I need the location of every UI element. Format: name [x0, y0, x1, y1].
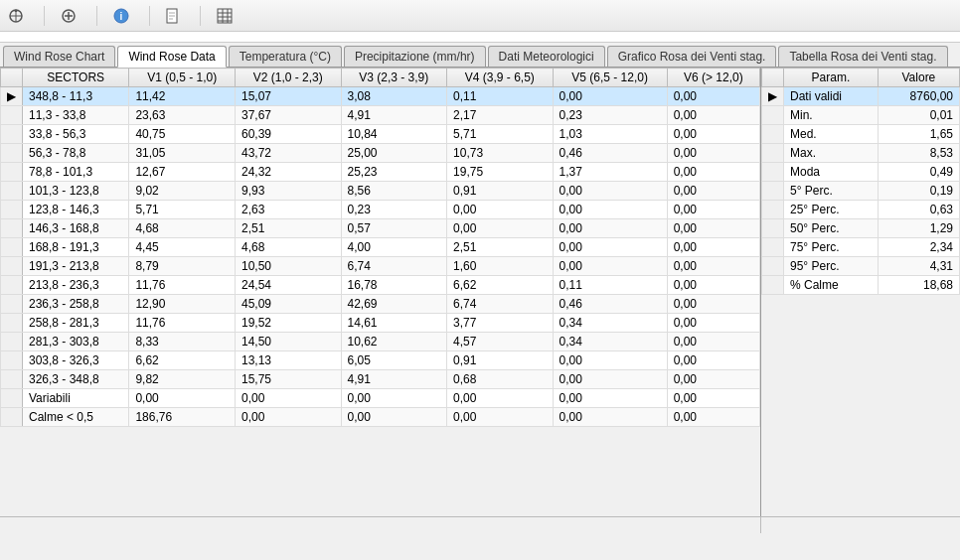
cell-2-1: 40,75: [129, 125, 236, 144]
left-table-col-3: V3 (2,3 - 3,9): [341, 69, 447, 87]
left-table-indicator-header: [1, 69, 23, 87]
cell-15-0: 326,3 - 348,8: [23, 370, 129, 389]
table-row[interactable]: Variabili0,000,000,000,000,000,00: [1, 389, 760, 408]
toolbar-rose-settings[interactable]: [8, 8, 28, 24]
right-table-row[interactable]: Med.1,65: [762, 125, 960, 144]
right-table-row[interactable]: 25° Perc.0,63: [762, 201, 960, 219]
table-row[interactable]: Calme < 0,5186,760,000,000,000,000,00: [1, 408, 760, 427]
right-table-container[interactable]: Param.Valore▶Dati validi8760,00Min.0,01M…: [761, 68, 960, 516]
cell-8-1: 4,45: [129, 238, 236, 257]
toolbar: i: [0, 0, 960, 32]
toolbar-select-point[interactable]: [61, 8, 80, 24]
cell-2-5: 1,03: [553, 125, 667, 144]
right-row-indicator: [762, 201, 784, 219]
table-row[interactable]: 191,3 - 213,88,7910,506,741,600,000,00: [1, 257, 760, 276]
cell-17-0: Calme < 0,5: [23, 408, 129, 427]
cell-9-0: 191,3 - 213,8: [23, 257, 129, 276]
toolbar-monthly-values[interactable]: [217, 8, 237, 24]
tab-wind-rose-data[interactable]: Wind Rose Data: [117, 46, 226, 68]
cell-7-2: 2,51: [235, 219, 341, 238]
table-row[interactable]: 123,8 - 146,35,712,630,230,000,000,00: [1, 201, 760, 219]
row-indicator: [1, 389, 23, 408]
table-row[interactable]: 33,8 - 56,340,7560,3910,845,711,030,00: [1, 125, 760, 144]
tab-wind-rose-chart[interactable]: Wind Rose Chart: [3, 46, 115, 67]
tab-temperatura[interactable]: Temperatura (°C): [229, 46, 342, 67]
row-indicator: [1, 125, 23, 144]
table-row[interactable]: 213,8 - 236,311,7624,5416,786,620,110,00: [1, 276, 760, 295]
right-table-row[interactable]: Min.0,01: [762, 106, 960, 125]
toolbar-info[interactable]: i: [113, 8, 133, 24]
right-valore-2: 1,65: [878, 125, 959, 144]
cell-15-5: 0,00: [553, 370, 667, 389]
cell-17-5: 0,00: [553, 408, 667, 427]
toolbar-report[interactable]: [166, 8, 184, 24]
cell-12-2: 19,52: [235, 314, 341, 333]
tab-tabella-rosa[interactable]: Tabella Rosa dei Venti stag.: [778, 46, 947, 67]
tab-grafico-rosa[interactable]: Grafico Rosa dei Venti stag.: [607, 46, 777, 67]
right-param-6: 25° Perc.: [784, 201, 879, 219]
cell-17-3: 0,00: [341, 408, 447, 427]
table-row[interactable]: 146,3 - 168,84,682,510,570,000,000,00: [1, 219, 760, 238]
table-row[interactable]: 236,3 - 258,812,9045,0942,696,740,460,00: [1, 295, 760, 314]
right-table-row[interactable]: Moda0,49: [762, 163, 960, 182]
cell-6-1: 5,71: [129, 201, 236, 219]
cell-3-5: 0,46: [553, 144, 667, 163]
right-row-indicator: [762, 182, 784, 201]
cell-1-5: 0,23: [553, 106, 667, 125]
right-row-indicator: [762, 163, 784, 182]
cell-16-1: 0,00: [129, 389, 236, 408]
left-scrollbar[interactable]: [0, 517, 761, 533]
cell-4-3: 25,23: [341, 163, 447, 182]
right-table-row[interactable]: % Calme18,68: [762, 276, 960, 295]
right-table-row[interactable]: 95° Perc.4,31: [762, 257, 960, 276]
table-row[interactable]: 78,8 - 101,312,6724,3225,2319,751,370,00: [1, 163, 760, 182]
cell-0-2: 15,07: [235, 87, 341, 106]
cell-17-4: 0,00: [447, 408, 554, 427]
right-param-5: 5° Perc.: [784, 182, 879, 201]
cell-6-3: 0,23: [341, 201, 447, 219]
table-row[interactable]: 11,3 - 33,823,6337,674,912,170,230,00: [1, 106, 760, 125]
table-row[interactable]: 56,3 - 78,831,0543,7225,0010,730,460,00: [1, 144, 760, 163]
table-row[interactable]: 326,3 - 348,89,8215,754,910,680,000,00: [1, 370, 760, 389]
table-row[interactable]: 281,3 - 303,88,3314,5010,624,570,340,00: [1, 333, 760, 351]
right-table-row[interactable]: ▶Dati validi8760,00: [762, 87, 960, 106]
cell-1-1: 23,63: [129, 106, 236, 125]
table-row[interactable]: ▶348,8 - 11,311,4215,073,080,110,000,00: [1, 87, 760, 106]
cell-17-1: 186,76: [129, 408, 236, 427]
cell-9-4: 1,60: [447, 257, 554, 276]
tab-dati-meteo[interactable]: Dati Meteorologici: [488, 46, 605, 67]
cell-6-5: 0,00: [553, 201, 667, 219]
cell-16-2: 0,00: [235, 389, 341, 408]
cell-7-5: 0,00: [553, 219, 667, 238]
right-scrollbar[interactable]: [761, 517, 960, 533]
cell-12-1: 11,76: [129, 314, 236, 333]
cell-1-0: 11,3 - 33,8: [23, 106, 129, 125]
cell-10-5: 0,11: [553, 276, 667, 295]
toolbar-sep-4: [200, 6, 201, 26]
cell-5-2: 9,93: [235, 182, 341, 201]
cell-8-2: 4,68: [235, 238, 341, 257]
cell-6-6: 0,00: [667, 201, 759, 219]
right-panel: Param.Valore▶Dati validi8760,00Min.0,01M…: [761, 68, 960, 516]
right-row-indicator: [762, 238, 784, 257]
tabs: Wind Rose ChartWind Rose DataTemperatura…: [0, 43, 960, 68]
tab-precipitazione[interactable]: Precipitazione (mm/hr): [344, 46, 486, 67]
table-row[interactable]: 303,8 - 326,36,6213,136,050,910,000,00: [1, 351, 760, 370]
right-table-row[interactable]: 50° Perc.1,29: [762, 219, 960, 238]
table-row[interactable]: 258,8 - 281,311,7619,5214,613,770,340,00: [1, 314, 760, 333]
right-table-row[interactable]: 75° Perc.2,34: [762, 238, 960, 257]
right-table-indicator-header: [762, 69, 784, 87]
left-table-container[interactable]: SECTORSV1 (0,5 - 1,0)V2 (1,0 - 2,3)V3 (2…: [0, 68, 760, 516]
cell-13-1: 8,33: [129, 333, 236, 351]
table-row[interactable]: 168,8 - 191,34,454,684,002,510,000,00: [1, 238, 760, 257]
right-table: Param.Valore▶Dati validi8760,00Min.0,01M…: [761, 68, 960, 295]
cell-12-5: 0,34: [553, 314, 667, 333]
right-table-row[interactable]: 5° Perc.0,19: [762, 182, 960, 201]
cell-14-1: 6,62: [129, 351, 236, 370]
cell-13-5: 0,34: [553, 333, 667, 351]
right-param-1: Min.: [784, 106, 879, 125]
table-row[interactable]: 101,3 - 123,89,029,938,560,910,000,00: [1, 182, 760, 201]
right-param-3: Max.: [784, 144, 879, 163]
row-indicator: [1, 201, 23, 219]
right-table-row[interactable]: Max.8,53: [762, 144, 960, 163]
